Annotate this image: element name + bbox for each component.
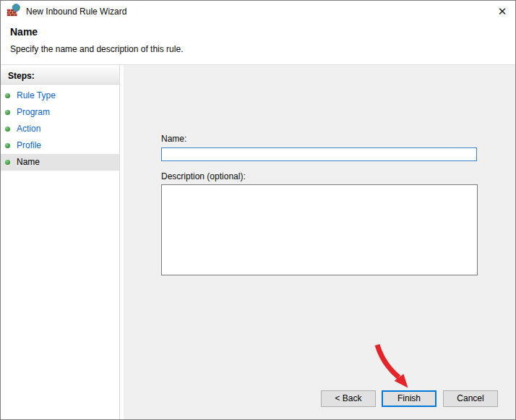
cancel-button[interactable]: Cancel <box>443 390 498 407</box>
close-icon: ✕ <box>498 5 507 18</box>
sidebar-item-profile[interactable]: Profile <box>1 137 119 154</box>
step-bullet-icon <box>5 160 10 165</box>
steps-heading: Steps: <box>1 67 119 85</box>
close-button[interactable]: ✕ <box>492 2 512 21</box>
step-bullet-icon <box>5 127 10 132</box>
step-label: Name <box>17 157 40 167</box>
step-label: Rule Type <box>17 90 56 100</box>
wizard-window: New Inbound Rule Wizard ✕ Name Specify t… <box>0 0 516 420</box>
sidebar-item-rule-type[interactable]: Rule Type <box>1 87 119 104</box>
name-input[interactable] <box>161 147 477 161</box>
page-subtitle: Specify the name and description of this… <box>10 44 183 54</box>
description-field-label: Description (optional): <box>161 171 246 181</box>
sidebar-item-name[interactable]: Name <box>1 154 119 171</box>
description-textarea[interactable] <box>161 184 478 275</box>
step-label: Profile <box>17 140 41 150</box>
finish-button[interactable]: Finish <box>382 390 437 407</box>
sidebar-item-action[interactable]: Action <box>1 121 119 137</box>
steps-list: Rule Type Program Action Profile Name <box>1 87 119 171</box>
sidebar-item-program[interactable]: Program <box>1 104 119 121</box>
steps-sidebar: Steps: Rule Type Program Action Profile … <box>1 65 120 419</box>
page-title: Name <box>10 26 38 38</box>
step-label: Action <box>17 124 40 134</box>
window-title: New Inbound Rule Wizard <box>26 7 126 17</box>
step-bullet-icon <box>5 143 10 148</box>
firewall-icon <box>7 4 21 18</box>
step-bullet-icon <box>5 110 10 115</box>
step-bullet-icon <box>5 93 10 98</box>
titlebar[interactable]: New Inbound Rule Wizard ✕ <box>1 1 515 22</box>
back-button[interactable]: < Back <box>321 390 376 407</box>
step-label: Program <box>17 107 50 117</box>
name-field-label: Name: <box>161 134 186 144</box>
